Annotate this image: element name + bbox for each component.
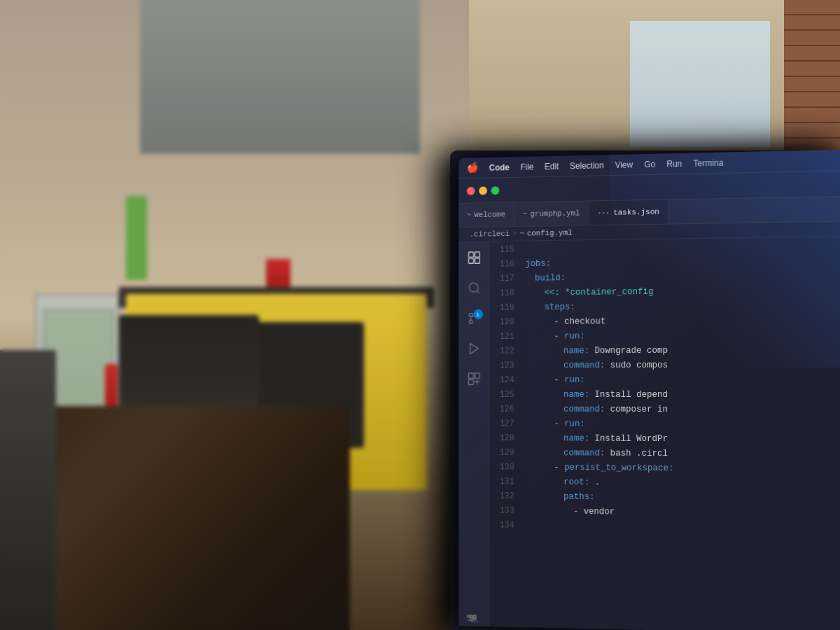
svg-rect-15: [470, 618, 473, 620]
menu-edit[interactable]: Edit: [545, 161, 559, 171]
menu-view[interactable]: View: [615, 160, 634, 170]
search-icon[interactable]: [463, 278, 484, 299]
code-line-127: - run:: [525, 417, 840, 433]
tab-welcome-icon: ~: [467, 211, 471, 219]
tab-welcome[interactable]: ~ Welcome: [458, 202, 514, 227]
svg-rect-2: [468, 258, 473, 263]
menu-code[interactable]: Code: [489, 162, 510, 172]
code-line-125: name: Install depend: [525, 388, 840, 402]
tab-grumphp[interactable]: ~ grumphp.yml: [514, 201, 589, 226]
code-lines: jobs: build: <<: *container_config steps…: [525, 237, 840, 630]
code-line-122: name: Downgrade comp: [525, 343, 840, 359]
extensions-icon[interactable]: [463, 369, 484, 390]
activity-bar: 1: [458, 241, 489, 630]
code-line-120: - checkout: [525, 313, 840, 330]
tab-tasks-icon: ···: [597, 209, 610, 216]
maximize-button[interactable]: [491, 186, 500, 195]
svg-rect-11: [468, 379, 473, 384]
breadcrumb-sep1: >: [512, 230, 517, 238]
breadcrumb-circleci[interactable]: .circleci: [470, 230, 510, 239]
code-content: 115 116 117 118 119 120 121 122 123 124 …: [490, 237, 840, 630]
code-line-126: command: composer in: [525, 402, 840, 418]
svg-rect-1: [475, 252, 479, 257]
minimize-button[interactable]: [479, 186, 487, 195]
svg-rect-9: [468, 373, 473, 378]
close-button[interactable]: [467, 186, 475, 195]
source-control-badge: 1: [473, 309, 483, 319]
svg-rect-14: [473, 615, 476, 617]
source-control-icon[interactable]: 1: [463, 308, 484, 329]
code-line-129: command: bash .circl: [525, 446, 840, 463]
tab-tasks[interactable]: ··· tasks.json: [589, 200, 668, 225]
vscode-body: 1: [458, 237, 840, 630]
tab-tasks-label: tasks.json: [613, 208, 659, 217]
run-icon[interactable]: [463, 338, 484, 359]
code-line-128: name: Install WordPr: [525, 431, 840, 447]
menu-file[interactable]: File: [520, 162, 533, 172]
files-icon[interactable]: [463, 247, 484, 268]
laptop-screen[interactable]: 🍎 Code File Edit Selection View Go Run T…: [458, 150, 840, 630]
code-line-123: command: sudo compos: [525, 358, 840, 373]
tab-grumphp-icon: ~: [523, 210, 527, 218]
menu-go[interactable]: Go: [644, 159, 655, 169]
svg-rect-3: [475, 258, 479, 263]
editor-area[interactable]: 115 116 117 118 119 120 121 122 123 124 …: [490, 237, 840, 630]
svg-point-6: [469, 320, 472, 323]
tab-welcome-label: Welcome: [474, 210, 505, 219]
menu-terminal[interactable]: Termina: [693, 158, 723, 168]
svg-rect-13: [470, 615, 473, 617]
breadcrumb-config[interactable]: config.yml: [527, 229, 573, 238]
code-line-121: - run:: [525, 328, 840, 344]
code-line-124: - run:: [525, 373, 840, 388]
code-line-134: [525, 519, 840, 538]
svg-rect-10: [475, 373, 479, 378]
window: [630, 21, 770, 147]
menu-run[interactable]: Run: [666, 158, 682, 169]
svg-marker-8: [470, 344, 477, 354]
line-numbers: 115 116 117 118 119 120 121 122 123 124 …: [490, 241, 526, 630]
breadcrumb-tilde: ~: [519, 230, 524, 238]
svg-rect-12: [467, 615, 470, 617]
tab-grumphp-label: grumphp.yml: [530, 209, 580, 218]
menu-selection[interactable]: Selection: [570, 160, 604, 171]
depth-blur: [0, 0, 469, 630]
apple-icon[interactable]: 🍎: [467, 162, 478, 174]
svg-rect-0: [468, 252, 473, 257]
svg-rect-16: [473, 618, 476, 620]
